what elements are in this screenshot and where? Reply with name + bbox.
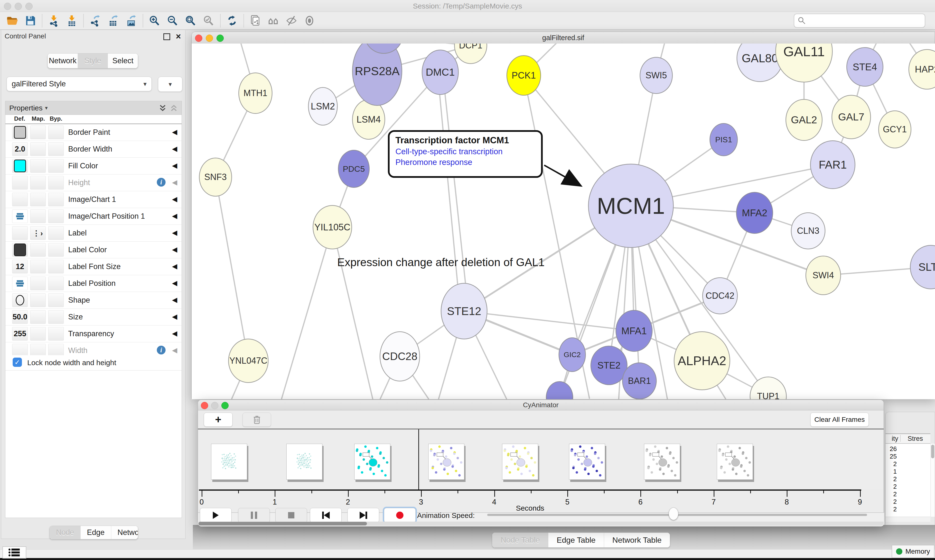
go-to-end-button[interactable]	[347, 508, 379, 523]
search-input[interactable]	[794, 14, 925, 28]
record-button[interactable]	[384, 508, 416, 523]
close-panel-icon[interactable]: ×	[176, 31, 181, 42]
network-node-gal7[interactable]: GAL7	[832, 95, 871, 139]
expand-property-icon[interactable]: ◀	[172, 128, 177, 136]
refresh-icon[interactable]	[223, 13, 241, 28]
network-node-swi4[interactable]: SWI4	[805, 256, 841, 295]
export-image-icon[interactable]	[122, 13, 140, 28]
slider-thumb[interactable]	[669, 508, 678, 520]
timeline-playhead[interactable]	[418, 429, 419, 490]
column-header-ity[interactable]: ity	[886, 435, 898, 443]
timeline-frame-6[interactable]	[644, 444, 680, 480]
network-canvas[interactable]: MTH1LSM2LSM4RPS28ADMC1DCP1PCK1SNF3PDC5YI…	[191, 43, 935, 399]
annotation-link[interactable]: Cell-type-specific transcription	[395, 147, 541, 156]
expand-property-icon[interactable]: ◀	[172, 329, 177, 337]
delete-frame-button[interactable]	[242, 412, 271, 427]
clear-all-frames-button[interactable]: Clear All Frames	[810, 412, 869, 427]
expand-property-icon[interactable]: ◀	[172, 346, 177, 354]
property-row[interactable]: 50.0Size◀	[5, 309, 182, 326]
network-node[interactable]	[546, 381, 573, 399]
property-row[interactable]: Fill Color◀	[5, 158, 182, 174]
show-all-icon[interactable]	[301, 13, 318, 28]
add-frame-button[interactable]: +	[204, 412, 233, 427]
tab-style[interactable]: Style	[78, 54, 108, 68]
scrollbar-thumb[interactable]	[931, 445, 934, 458]
hide-selected-icon[interactable]	[282, 13, 301, 28]
network-node-swi5[interactable]: SWI5	[640, 57, 673, 94]
network-node-dcp1[interactable]: DCP1	[454, 43, 487, 64]
network-node-pis1[interactable]: PIS1	[710, 123, 738, 156]
network-node-pdc5[interactable]: PDC5	[338, 150, 370, 188]
network-node-hap2[interactable]: HAP2	[909, 49, 935, 89]
network-node-ste2[interactable]: STE2	[591, 346, 628, 385]
show-panels-button[interactable]	[2, 546, 26, 558]
network-node-dmc1[interactable]: DMC1	[422, 50, 459, 95]
network-node-gal2[interactable]: GAL2	[785, 99, 822, 141]
property-row[interactable]: Shape◀	[5, 292, 182, 309]
network-node-tup1[interactable]: TUP1	[750, 377, 787, 399]
network-node-alpha2[interactable]: ALPHA2	[674, 331, 730, 390]
first-neighbors-icon[interactable]	[264, 13, 282, 28]
network-node-lsm2[interactable]: LSM2	[308, 87, 338, 126]
expand-property-icon[interactable]: ◀	[172, 162, 177, 169]
property-row[interactable]: Image/Chart 1◀	[5, 191, 182, 208]
lock-size-checkbox[interactable]: ✓	[13, 358, 22, 367]
export-table-icon[interactable]	[104, 13, 122, 28]
network-from-selection-icon[interactable]	[247, 13, 264, 28]
network-node-mth1[interactable]: MTH1	[238, 72, 273, 114]
save-session-icon[interactable]	[22, 13, 39, 28]
expand-property-icon[interactable]: ◀	[172, 195, 177, 203]
export-network-icon[interactable]	[86, 13, 104, 28]
style-options-button[interactable]: ▾	[158, 77, 182, 92]
info-icon[interactable]: i	[157, 346, 165, 354]
timeline-frame-5[interactable]	[569, 444, 605, 480]
expand-property-icon[interactable]: ◀	[172, 212, 177, 220]
style-selector-dropdown[interactable]: galFiltered Style ▾	[6, 77, 152, 91]
network-node-cln3[interactable]: CLN3	[791, 212, 825, 249]
network-node-rps28a[interactable]: RPS28A	[352, 43, 402, 106]
scrollbar-thumb[interactable]	[199, 522, 367, 525]
timeline-frame-1[interactable]	[286, 444, 322, 480]
timeline-frame-0[interactable]	[211, 444, 247, 480]
play-button[interactable]	[200, 508, 231, 523]
network-node-cdc42[interactable]: CDC42	[702, 277, 738, 314]
expand-property-icon[interactable]: ◀	[172, 312, 177, 321]
memory-button[interactable]: Memory	[892, 545, 935, 558]
network-node-ynl047c[interactable]: YNL047C	[228, 338, 268, 383]
network-node-cdc28[interactable]: CDC28	[380, 331, 420, 382]
tab-edge-table[interactable]: Edge Table	[548, 533, 604, 547]
tab-select[interactable]: Select	[108, 54, 138, 68]
network-node-gal11[interactable]: GAL11	[775, 43, 833, 83]
zoom-in-icon[interactable]	[146, 13, 164, 28]
tab-node[interactable]: Node	[50, 526, 80, 539]
property-row[interactable]: ⋮›Label◀	[5, 225, 182, 242]
property-row[interactable]: Label Position◀	[5, 275, 182, 292]
tab-network-table[interactable]: Network Table	[604, 533, 670, 547]
annotation-box[interactable]: Transcription factor MCM1 Cell-type-spec…	[388, 130, 543, 178]
table-scrollbar[interactable]	[931, 444, 935, 517]
column-header-stress[interactable]: Stres	[901, 435, 929, 443]
property-row[interactable]: Image/Chart Position 1◀	[5, 208, 182, 225]
tab-node-table[interactable]: Node Table	[492, 533, 548, 547]
timeline-frame-2[interactable]	[354, 444, 390, 480]
float-panel-icon[interactable]	[164, 33, 170, 40]
network-node-pck1[interactable]: PCK1	[506, 55, 541, 95]
property-row[interactable]: Label Color◀	[5, 242, 182, 258]
property-row[interactable]: Heighti◀	[5, 174, 182, 191]
network-node-ste12[interactable]: STE12	[441, 283, 488, 339]
network-node-snf3[interactable]: SNF3	[199, 158, 232, 197]
expand-property-icon[interactable]: ◀	[172, 262, 177, 270]
open-session-icon[interactable]	[3, 13, 22, 28]
info-icon[interactable]: i	[157, 178, 165, 186]
zoom-selected-icon[interactable]	[200, 13, 218, 28]
zoom-fit-icon[interactable]	[182, 13, 200, 28]
expand-property-icon[interactable]: ◀	[172, 296, 177, 304]
cyanimator-titlebar[interactable]: CyAnimator	[198, 400, 884, 411]
tab-edge[interactable]: Edge	[80, 526, 111, 539]
timeline[interactable]	[199, 429, 883, 489]
tab-network-style[interactable]: Network	[111, 526, 138, 539]
network-node-slt2[interactable]: SLT2	[910, 245, 935, 289]
timeline-frame-3[interactable]	[428, 444, 464, 480]
network-node-bar1[interactable]: BAR1	[622, 363, 657, 399]
tab-network[interactable]: Network	[48, 54, 78, 68]
